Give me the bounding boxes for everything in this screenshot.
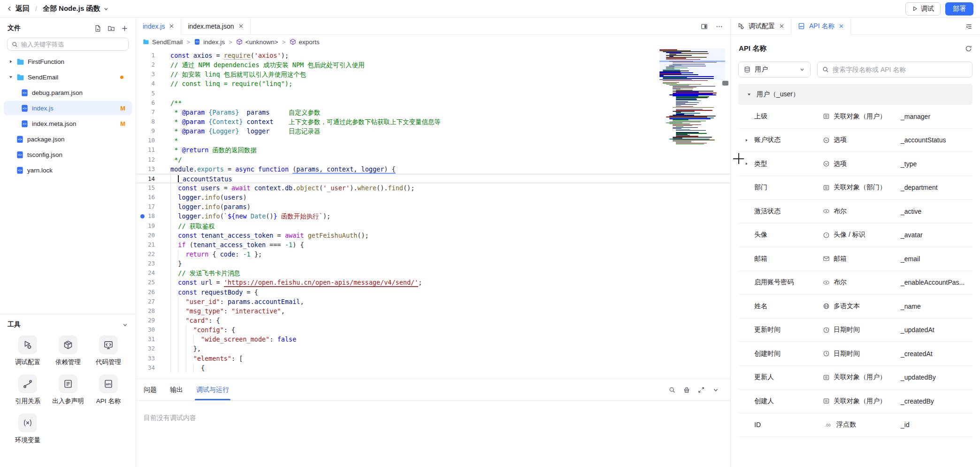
code-line-7[interactable]: 7 * @param {Params} params 自定义参数: [136, 108, 730, 117]
line-number[interactable]: 9: [136, 126, 155, 136]
expand-icon[interactable]: [744, 162, 749, 166]
code-line-25[interactable]: 25 const url = 'https://open.feishu.cn/o…: [136, 278, 730, 287]
field-row-_email[interactable]: 邮箱邮箱_email: [738, 247, 972, 271]
close-icon[interactable]: [839, 23, 844, 29]
code-line-9[interactable]: 9 * @param {Logger} logger 日志记录器: [136, 126, 730, 136]
api-search-input[interactable]: [833, 66, 967, 73]
code-line-31[interactable]: 31 "wide_screen_mode": false: [136, 335, 730, 344]
file-filter-search[interactable]: [7, 38, 129, 51]
line-number[interactable]: 30: [136, 325, 155, 335]
minimap[interactable]: [659, 48, 725, 150]
new-file-icon[interactable]: [94, 25, 101, 32]
code-line-8[interactable]: 8 * @param {Context} context 上下文参数，可通过此参…: [136, 117, 730, 126]
code-line-34[interactable]: 34 {: [136, 363, 730, 373]
line-number[interactable]: 24: [136, 268, 155, 278]
file-filter-input[interactable]: [21, 41, 124, 48]
code-line-29[interactable]: 29 "card": {: [136, 316, 730, 325]
close-icon[interactable]: [238, 23, 244, 29]
line-number[interactable]: 21: [136, 240, 155, 249]
split-editor-icon[interactable]: [701, 23, 708, 30]
code-line-17[interactable]: 17 logger.info(params): [136, 202, 730, 211]
field-row-_name[interactable]: 姓名多语文本_name: [738, 295, 972, 319]
tab-index-meta-json[interactable]: index.meta.json: [181, 18, 250, 34]
tab-index-js[interactable]: index.js: [136, 18, 181, 34]
code-line-28[interactable]: 28 "msg_type": "interactive",: [136, 306, 730, 316]
line-number[interactable]: 3: [136, 70, 155, 79]
code-line-20[interactable]: 20 const tenant_access_token = await get…: [136, 231, 730, 240]
tab-api-names[interactable]: API API 名称: [791, 18, 851, 34]
function-scope-selector[interactable]: 全部 Node.js 函数: [43, 4, 109, 13]
tree-item-SendEmail[interactable]: SendEmail: [4, 70, 132, 84]
line-number[interactable]: 13: [136, 164, 155, 174]
tree-item-debug.param.json[interactable]: <>debug.param.json: [4, 86, 132, 100]
line-number[interactable]: 14: [136, 174, 155, 183]
chevron-down-icon[interactable]: [122, 322, 128, 328]
new-folder-icon[interactable]: [107, 25, 115, 32]
field-row-_department[interactable]: 部门关联对象（部门）_department: [738, 176, 972, 200]
code-line-30[interactable]: 30 "config": {: [136, 325, 730, 335]
code-line-16[interactable]: 16 logger.info(users): [136, 193, 730, 202]
line-number[interactable]: 25: [136, 278, 155, 287]
tool-api-doc[interactable]: APIAPI 名称: [88, 374, 129, 405]
field-row-_avatar[interactable]: 头像?头像 / 标识_avatar: [738, 224, 972, 248]
expand-icon[interactable]: [744, 138, 749, 142]
collapse-right-panel-icon[interactable]: [965, 23, 972, 30]
field-row-_type[interactable]: 类型选项_type: [738, 152, 972, 176]
line-number[interactable]: 31: [136, 335, 155, 344]
tree-item-tsconfig.json[interactable]: <>tsconfig.json: [4, 148, 132, 162]
line-number[interactable]: 20: [136, 231, 155, 240]
code-line-12[interactable]: 12 */: [136, 155, 730, 164]
tab-problems[interactable]: 问题: [144, 379, 157, 400]
field-row-_accountStatus[interactable]: 账户状态选项_accountStatus: [738, 129, 972, 153]
line-number[interactable]: 8: [136, 117, 155, 126]
line-number[interactable]: 5: [136, 89, 155, 98]
collapse-panel-icon[interactable]: [712, 387, 719, 393]
line-number[interactable]: 7: [136, 108, 155, 117]
field-row-_enableAccountPas...[interactable]: 启用账号密码布尔_enableAccountPas...: [738, 271, 972, 295]
add-icon[interactable]: [121, 25, 128, 32]
code-line-4[interactable]: 4// const linq = require("linq");: [136, 79, 730, 88]
field-row-_id[interactable]: ID.00浮点数_id: [738, 413, 972, 437]
line-number[interactable]: 17: [136, 202, 155, 211]
breadcrumb-item-2[interactable]: <>index.js: [194, 39, 225, 46]
search-icon[interactable]: [669, 387, 675, 393]
code-line-3[interactable]: 3// 如安装 linq 包后就可以引入并使用这个包: [136, 70, 730, 79]
code-line-15[interactable]: 15 const users = await context.db.object…: [136, 183, 730, 193]
api-search[interactable]: [817, 62, 972, 78]
line-number[interactable]: 27: [136, 297, 155, 306]
expand-icon[interactable]: [698, 387, 704, 393]
tree-item-index.js[interactable]: <>index.jsM: [4, 101, 132, 115]
tab-output[interactable]: 输出: [170, 379, 183, 400]
line-number[interactable]: 26: [136, 288, 155, 297]
tool-code-monitor[interactable]: 代码管理: [88, 335, 129, 366]
line-number[interactable]: 29: [136, 316, 155, 325]
line-number[interactable]: 16: [136, 193, 155, 202]
code-line-1[interactable]: 1const axios = require('axios');: [136, 51, 730, 60]
refresh-icon[interactable]: [965, 45, 972, 52]
line-number[interactable]: 2: [136, 60, 155, 70]
line-number[interactable]: 18: [136, 211, 155, 221]
line-number[interactable]: 32: [136, 344, 155, 353]
code-line-32[interactable]: 32 },: [136, 344, 730, 353]
tree-item-yarn.lock[interactable]: <>yarn.lock: [4, 163, 132, 177]
line-number[interactable]: 10: [136, 136, 155, 145]
field-row-_active[interactable]: 激活状态布尔_active: [738, 200, 972, 224]
code-line-5[interactable]: 5: [136, 89, 730, 98]
debug-button[interactable]: 调试: [905, 2, 941, 16]
field-row-_updatedBy[interactable]: 更新人关联对象（用户）_updatedBy: [738, 366, 972, 390]
line-number[interactable]: 22: [136, 249, 155, 259]
code-line-19[interactable]: 19 // 获取鉴权: [136, 221, 730, 231]
line-number[interactable]: 12: [136, 155, 155, 164]
line-number[interactable]: 1: [136, 51, 155, 60]
tool-params-doc[interactable]: 出入参声明: [48, 374, 88, 405]
code-line-18[interactable]: 18 logger.info(`${new Date()} 函数开始执行`);: [136, 211, 730, 221]
tab-debug-config[interactable]: 调试配置: [731, 18, 791, 34]
tool-reference[interactable]: 引用关系: [8, 374, 48, 405]
code-line-6[interactable]: 6/**: [136, 98, 730, 108]
close-icon[interactable]: [169, 23, 174, 29]
tool-package[interactable]: 依赖管理: [48, 335, 88, 366]
breadcrumb-item-3[interactable]: <unknown>: [236, 39, 278, 46]
line-number[interactable]: 15: [136, 183, 155, 193]
breadcrumb-item-4[interactable]: exports: [290, 39, 320, 46]
line-number[interactable]: 33: [136, 354, 155, 363]
